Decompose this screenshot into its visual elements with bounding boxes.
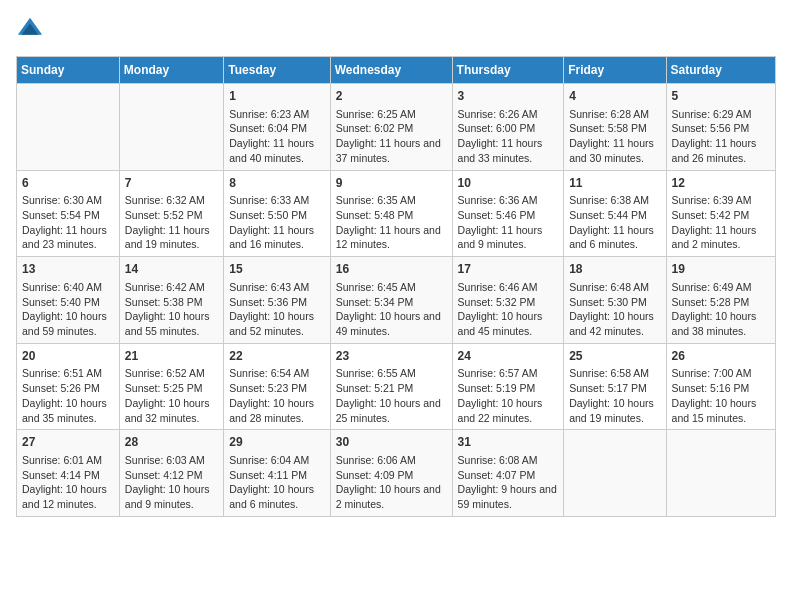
calendar-cell: 31Sunrise: 6:08 AM Sunset: 4:07 PM Dayli… bbox=[452, 430, 564, 517]
calendar-cell: 29Sunrise: 6:04 AM Sunset: 4:11 PM Dayli… bbox=[224, 430, 330, 517]
day-number: 8 bbox=[229, 175, 324, 192]
day-number: 10 bbox=[458, 175, 559, 192]
day-content: Sunrise: 6:48 AM Sunset: 5:30 PM Dayligh… bbox=[569, 280, 660, 339]
day-number: 28 bbox=[125, 434, 218, 451]
day-number: 16 bbox=[336, 261, 447, 278]
calendar-cell: 16Sunrise: 6:45 AM Sunset: 5:34 PM Dayli… bbox=[330, 257, 452, 344]
calendar-cell: 20Sunrise: 6:51 AM Sunset: 5:26 PM Dayli… bbox=[17, 343, 120, 430]
day-number: 9 bbox=[336, 175, 447, 192]
calendar-cell: 15Sunrise: 6:43 AM Sunset: 5:36 PM Dayli… bbox=[224, 257, 330, 344]
calendar-cell: 9Sunrise: 6:35 AM Sunset: 5:48 PM Daylig… bbox=[330, 170, 452, 257]
day-content: Sunrise: 6:49 AM Sunset: 5:28 PM Dayligh… bbox=[672, 280, 770, 339]
day-header-thursday: Thursday bbox=[452, 57, 564, 84]
calendar-week-4: 20Sunrise: 6:51 AM Sunset: 5:26 PM Dayli… bbox=[17, 343, 776, 430]
day-number: 26 bbox=[672, 348, 770, 365]
day-content: Sunrise: 6:43 AM Sunset: 5:36 PM Dayligh… bbox=[229, 280, 324, 339]
day-number: 30 bbox=[336, 434, 447, 451]
day-number: 5 bbox=[672, 88, 770, 105]
day-content: Sunrise: 6:46 AM Sunset: 5:32 PM Dayligh… bbox=[458, 280, 559, 339]
day-content: Sunrise: 6:26 AM Sunset: 6:00 PM Dayligh… bbox=[458, 107, 559, 166]
day-content: Sunrise: 6:52 AM Sunset: 5:25 PM Dayligh… bbox=[125, 366, 218, 425]
logo bbox=[16, 16, 48, 44]
day-number: 20 bbox=[22, 348, 114, 365]
day-number: 21 bbox=[125, 348, 218, 365]
day-content: Sunrise: 6:51 AM Sunset: 5:26 PM Dayligh… bbox=[22, 366, 114, 425]
day-number: 6 bbox=[22, 175, 114, 192]
calendar-cell: 27Sunrise: 6:01 AM Sunset: 4:14 PM Dayli… bbox=[17, 430, 120, 517]
day-content: Sunrise: 6:06 AM Sunset: 4:09 PM Dayligh… bbox=[336, 453, 447, 512]
day-content: Sunrise: 6:39 AM Sunset: 5:42 PM Dayligh… bbox=[672, 193, 770, 252]
day-content: Sunrise: 6:29 AM Sunset: 5:56 PM Dayligh… bbox=[672, 107, 770, 166]
day-header-friday: Friday bbox=[564, 57, 666, 84]
day-number: 29 bbox=[229, 434, 324, 451]
day-header-monday: Monday bbox=[119, 57, 223, 84]
day-number: 31 bbox=[458, 434, 559, 451]
calendar-cell bbox=[17, 84, 120, 171]
calendar-cell: 5Sunrise: 6:29 AM Sunset: 5:56 PM Daylig… bbox=[666, 84, 775, 171]
day-header-wednesday: Wednesday bbox=[330, 57, 452, 84]
calendar-cell: 17Sunrise: 6:46 AM Sunset: 5:32 PM Dayli… bbox=[452, 257, 564, 344]
day-content: Sunrise: 6:58 AM Sunset: 5:17 PM Dayligh… bbox=[569, 366, 660, 425]
day-number: 17 bbox=[458, 261, 559, 278]
day-header-tuesday: Tuesday bbox=[224, 57, 330, 84]
calendar-week-1: 1Sunrise: 6:23 AM Sunset: 6:04 PM Daylig… bbox=[17, 84, 776, 171]
calendar-cell: 3Sunrise: 6:26 AM Sunset: 6:00 PM Daylig… bbox=[452, 84, 564, 171]
calendar-cell: 7Sunrise: 6:32 AM Sunset: 5:52 PM Daylig… bbox=[119, 170, 223, 257]
calendar-cell: 2Sunrise: 6:25 AM Sunset: 6:02 PM Daylig… bbox=[330, 84, 452, 171]
day-number: 25 bbox=[569, 348, 660, 365]
logo-icon bbox=[16, 16, 44, 44]
day-number: 22 bbox=[229, 348, 324, 365]
calendar-cell: 1Sunrise: 6:23 AM Sunset: 6:04 PM Daylig… bbox=[224, 84, 330, 171]
calendar-cell: 19Sunrise: 6:49 AM Sunset: 5:28 PM Dayli… bbox=[666, 257, 775, 344]
day-content: Sunrise: 7:00 AM Sunset: 5:16 PM Dayligh… bbox=[672, 366, 770, 425]
day-content: Sunrise: 6:57 AM Sunset: 5:19 PM Dayligh… bbox=[458, 366, 559, 425]
day-content: Sunrise: 6:40 AM Sunset: 5:40 PM Dayligh… bbox=[22, 280, 114, 339]
day-number: 7 bbox=[125, 175, 218, 192]
day-content: Sunrise: 6:55 AM Sunset: 5:21 PM Dayligh… bbox=[336, 366, 447, 425]
day-number: 4 bbox=[569, 88, 660, 105]
calendar-cell bbox=[119, 84, 223, 171]
day-number: 3 bbox=[458, 88, 559, 105]
calendar-header-row: SundayMondayTuesdayWednesdayThursdayFrid… bbox=[17, 57, 776, 84]
day-number: 11 bbox=[569, 175, 660, 192]
day-number: 15 bbox=[229, 261, 324, 278]
calendar-body: 1Sunrise: 6:23 AM Sunset: 6:04 PM Daylig… bbox=[17, 84, 776, 517]
day-content: Sunrise: 6:38 AM Sunset: 5:44 PM Dayligh… bbox=[569, 193, 660, 252]
day-number: 18 bbox=[569, 261, 660, 278]
calendar-week-2: 6Sunrise: 6:30 AM Sunset: 5:54 PM Daylig… bbox=[17, 170, 776, 257]
day-number: 12 bbox=[672, 175, 770, 192]
calendar-week-5: 27Sunrise: 6:01 AM Sunset: 4:14 PM Dayli… bbox=[17, 430, 776, 517]
calendar-cell: 14Sunrise: 6:42 AM Sunset: 5:38 PM Dayli… bbox=[119, 257, 223, 344]
day-content: Sunrise: 6:01 AM Sunset: 4:14 PM Dayligh… bbox=[22, 453, 114, 512]
day-content: Sunrise: 6:08 AM Sunset: 4:07 PM Dayligh… bbox=[458, 453, 559, 512]
day-number: 13 bbox=[22, 261, 114, 278]
calendar-cell bbox=[666, 430, 775, 517]
calendar-cell: 24Sunrise: 6:57 AM Sunset: 5:19 PM Dayli… bbox=[452, 343, 564, 430]
calendar-cell: 12Sunrise: 6:39 AM Sunset: 5:42 PM Dayli… bbox=[666, 170, 775, 257]
calendar-cell: 6Sunrise: 6:30 AM Sunset: 5:54 PM Daylig… bbox=[17, 170, 120, 257]
calendar-cell: 11Sunrise: 6:38 AM Sunset: 5:44 PM Dayli… bbox=[564, 170, 666, 257]
day-content: Sunrise: 6:28 AM Sunset: 5:58 PM Dayligh… bbox=[569, 107, 660, 166]
day-content: Sunrise: 6:36 AM Sunset: 5:46 PM Dayligh… bbox=[458, 193, 559, 252]
day-number: 14 bbox=[125, 261, 218, 278]
calendar-cell: 18Sunrise: 6:48 AM Sunset: 5:30 PM Dayli… bbox=[564, 257, 666, 344]
calendar-week-3: 13Sunrise: 6:40 AM Sunset: 5:40 PM Dayli… bbox=[17, 257, 776, 344]
day-number: 27 bbox=[22, 434, 114, 451]
page-header bbox=[16, 16, 776, 44]
day-number: 23 bbox=[336, 348, 447, 365]
day-content: Sunrise: 6:42 AM Sunset: 5:38 PM Dayligh… bbox=[125, 280, 218, 339]
calendar-cell: 26Sunrise: 7:00 AM Sunset: 5:16 PM Dayli… bbox=[666, 343, 775, 430]
day-number: 24 bbox=[458, 348, 559, 365]
day-header-saturday: Saturday bbox=[666, 57, 775, 84]
calendar-cell: 25Sunrise: 6:58 AM Sunset: 5:17 PM Dayli… bbox=[564, 343, 666, 430]
calendar-cell: 22Sunrise: 6:54 AM Sunset: 5:23 PM Dayli… bbox=[224, 343, 330, 430]
day-number: 19 bbox=[672, 261, 770, 278]
calendar-cell: 21Sunrise: 6:52 AM Sunset: 5:25 PM Dayli… bbox=[119, 343, 223, 430]
calendar-cell: 13Sunrise: 6:40 AM Sunset: 5:40 PM Dayli… bbox=[17, 257, 120, 344]
day-content: Sunrise: 6:23 AM Sunset: 6:04 PM Dayligh… bbox=[229, 107, 324, 166]
calendar-cell bbox=[564, 430, 666, 517]
day-content: Sunrise: 6:32 AM Sunset: 5:52 PM Dayligh… bbox=[125, 193, 218, 252]
calendar-cell: 28Sunrise: 6:03 AM Sunset: 4:12 PM Dayli… bbox=[119, 430, 223, 517]
calendar-cell: 10Sunrise: 6:36 AM Sunset: 5:46 PM Dayli… bbox=[452, 170, 564, 257]
calendar-table: SundayMondayTuesdayWednesdayThursdayFrid… bbox=[16, 56, 776, 517]
